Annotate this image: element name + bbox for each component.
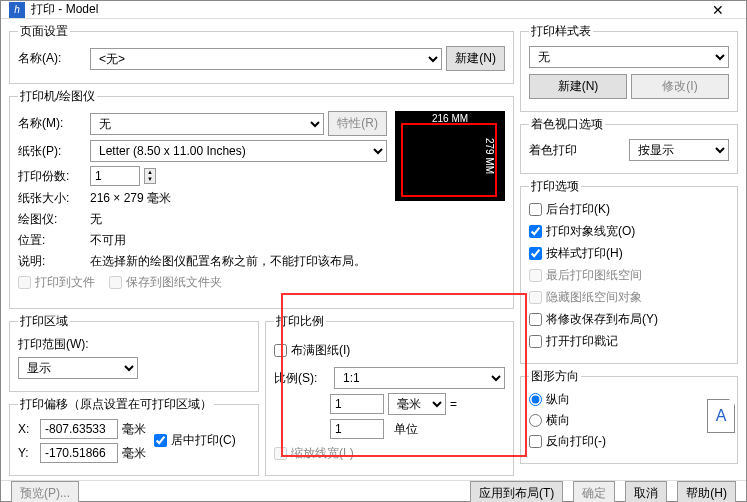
- printer-name-select[interactable]: 无: [90, 113, 324, 135]
- page-name-select[interactable]: <无>: [90, 48, 442, 70]
- options-legend: 打印选项: [529, 178, 581, 195]
- location-value: 不可用: [90, 232, 126, 249]
- style-edit-button[interactable]: 修改(I): [631, 74, 729, 99]
- y-label: Y:: [18, 446, 36, 460]
- style-table-select[interactable]: 无: [529, 46, 729, 68]
- fit-label: 布满图纸(I): [291, 342, 350, 359]
- scale-lw-label: 缩放线宽(L): [291, 445, 354, 462]
- opt-hide-checkbox: [529, 291, 542, 304]
- opt-bg-checkbox[interactable]: [529, 203, 542, 216]
- printer-name-label: 名称(M):: [18, 115, 86, 132]
- to-file-checkbox: [18, 276, 31, 289]
- opt-ps-label: 最后打印图纸空间: [546, 267, 642, 284]
- scale-val1[interactable]: [330, 394, 384, 414]
- page-new-button[interactable]: 新建(N): [446, 46, 505, 71]
- save-to-checkbox: [109, 276, 122, 289]
- footer: 预览(P)... 应用到布局(T) 确定 取消 帮助(H): [1, 480, 746, 502]
- offset-legend: 打印偏移（原点设置在可打印区域）: [18, 396, 214, 413]
- paper-preview: 216 MM 279 MM: [395, 111, 505, 201]
- preview-height: 279 MM: [483, 138, 494, 174]
- center-label: 居中打印(C): [171, 432, 236, 449]
- upside-checkbox[interactable]: [529, 435, 542, 448]
- page-name-label: 名称(A):: [18, 50, 86, 67]
- paper-select[interactable]: Letter (8.50 x 11.00 Inches): [90, 140, 387, 162]
- opt-save-checkbox[interactable]: [529, 313, 542, 326]
- style-table-group: 打印样式表 无 新建(N) 修改(I): [520, 23, 738, 112]
- app-icon: h: [9, 2, 25, 18]
- scale-unit1[interactable]: 毫米: [388, 393, 446, 415]
- upside-label: 反向打印(-): [546, 433, 606, 450]
- copies-label: 打印份数:: [18, 168, 86, 185]
- style-new-button[interactable]: 新建(N): [529, 74, 627, 99]
- help-button[interactable]: 帮助(H): [677, 481, 736, 502]
- portrait-label: 纵向: [546, 391, 570, 408]
- landscape-radio[interactable]: [529, 414, 542, 427]
- opt-stamp-label: 打开打印戳记: [546, 333, 618, 350]
- opt-style-label: 按样式打印(H): [546, 245, 623, 262]
- y-input[interactable]: [40, 443, 118, 463]
- plot-area-group: 打印区域 打印范围(W): 显示: [9, 313, 259, 392]
- scale-eq: =: [450, 397, 457, 411]
- window-title: 打印 - Model: [31, 1, 698, 18]
- printer-group: 打印机/绘图仪 名称(M): 无 特性(R) 纸张(P): Letter (8.…: [9, 88, 514, 309]
- x-input[interactable]: [40, 419, 118, 439]
- center-checkbox[interactable]: [154, 434, 167, 447]
- opt-bg-label: 后台打印(K): [546, 201, 610, 218]
- to-file-label: 打印到文件: [35, 274, 95, 291]
- orient-group: 图形方向 纵向 横向 反向打印(-) A: [520, 368, 738, 464]
- titlebar: h 打印 - Model ✕: [1, 1, 746, 19]
- page-setup-legend: 页面设置: [18, 23, 70, 40]
- portrait-radio[interactable]: [529, 393, 542, 406]
- opt-save-label: 将修改保存到布局(Y): [546, 311, 658, 328]
- page-setup-group: 页面设置 名称(A): <无> 新建(N): [9, 23, 514, 84]
- orientation-icon: A: [707, 399, 735, 433]
- x-label: X:: [18, 422, 36, 436]
- paper-label: 纸张(P):: [18, 143, 86, 160]
- opt-ps-checkbox: [529, 269, 542, 282]
- scale-val2[interactable]: [330, 419, 384, 439]
- shade-legend: 着色视口选项: [529, 116, 605, 133]
- shade-label: 着色打印: [529, 142, 625, 159]
- copies-input[interactable]: [90, 166, 140, 186]
- printer-props-button[interactable]: 特性(R): [328, 111, 387, 136]
- cancel-button[interactable]: 取消: [625, 481, 667, 502]
- save-to-label: 保存到图纸文件夹: [126, 274, 222, 291]
- offset-group: 打印偏移（原点设置在可打印区域） X: 毫米 Y:: [9, 396, 259, 476]
- plotter-value: 无: [90, 211, 102, 228]
- plotter-label: 绘图仪:: [18, 211, 86, 228]
- orient-legend: 图形方向: [529, 368, 581, 385]
- scale-select[interactable]: 1:1: [334, 367, 505, 389]
- ok-button[interactable]: 确定: [573, 481, 615, 502]
- opt-hide-label: 隐藏图纸空间对象: [546, 289, 642, 306]
- size-value: 216 × 279 毫米: [90, 190, 171, 207]
- desc-value: 在选择新的绘图仪配置名称之前，不能打印该布局。: [90, 253, 366, 270]
- apply-button[interactable]: 应用到布局(T): [470, 481, 563, 502]
- scale-lw-checkbox: [274, 447, 287, 460]
- scale-unit2: 单位: [394, 421, 418, 438]
- options-group: 打印选项 后台打印(K) 打印对象线宽(O) 按样式打印(H) 最后打印图纸空间…: [520, 178, 738, 364]
- preview-button[interactable]: 预览(P)...: [11, 481, 79, 502]
- style-table-legend: 打印样式表: [529, 23, 593, 40]
- printer-legend: 打印机/绘图仪: [18, 88, 97, 105]
- print-dialog: h 打印 - Model ✕ 页面设置 名称(A): <无> 新建(N) 打印机…: [0, 0, 747, 502]
- range-label: 打印范围(W):: [18, 336, 250, 353]
- opt-lw-checkbox[interactable]: [529, 225, 542, 238]
- shade-group: 着色视口选项 着色打印 按显示: [520, 116, 738, 174]
- size-label: 纸张大小:: [18, 190, 86, 207]
- y-unit: 毫米: [122, 445, 146, 462]
- range-select[interactable]: 显示: [18, 357, 138, 379]
- plot-scale-legend: 打印比例: [274, 313, 326, 330]
- landscape-label: 横向: [546, 412, 570, 429]
- location-label: 位置:: [18, 232, 86, 249]
- copies-spinner[interactable]: ▲▼: [144, 168, 156, 184]
- plot-scale-group: 打印比例 布满图纸(I) 比例(S): 1:1 毫米 = 单位: [265, 313, 514, 476]
- scale-label: 比例(S):: [274, 370, 330, 387]
- opt-stamp-checkbox[interactable]: [529, 335, 542, 348]
- desc-label: 说明:: [18, 253, 86, 270]
- opt-style-checkbox[interactable]: [529, 247, 542, 260]
- opt-lw-label: 打印对象线宽(O): [546, 223, 635, 240]
- close-button[interactable]: ✕: [698, 2, 738, 18]
- fit-checkbox[interactable]: [274, 344, 287, 357]
- shade-select[interactable]: 按显示: [629, 139, 729, 161]
- plot-area-legend: 打印区域: [18, 313, 70, 330]
